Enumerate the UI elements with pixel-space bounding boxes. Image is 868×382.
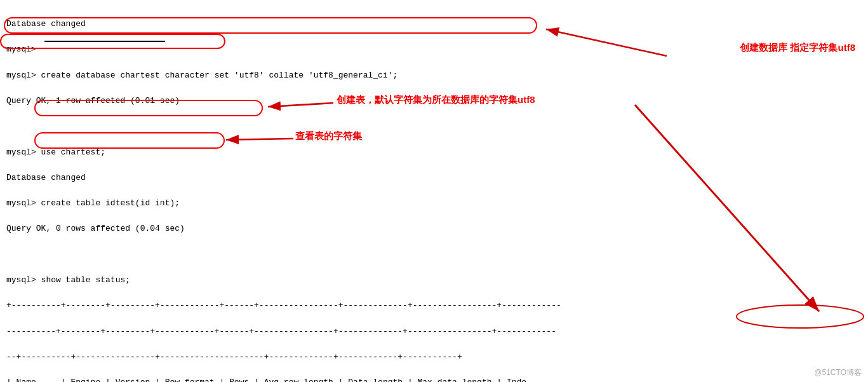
line-14: | Name | Engine | Version | Row_format |… [6, 378, 526, 382]
line-0: Database changed [6, 19, 86, 29]
line-1: mysql> [6, 44, 36, 54]
terminal-output: Database changed mysql> mysql> create da… [0, 0, 868, 382]
line-13: --+----------+----------------+---------… [6, 352, 462, 362]
line-3: Query OK, 1 row affected (0.01 sec) [6, 96, 180, 106]
line-5: mysql> use chartest; [6, 147, 105, 157]
watermark: @51CTO博客 [814, 367, 862, 378]
line-8: Query OK, 0 rows affected (0.04 sec) [6, 224, 185, 233]
line-2: mysql> create database chartest characte… [6, 71, 397, 80]
line-7: mysql> create table idtest(id int); [6, 198, 180, 208]
line-12: ----------+--------+---------+----------… [6, 327, 556, 336]
line-6: Database changed [6, 173, 86, 182]
line-11: +----------+--------+---------+---------… [6, 301, 561, 310]
line-10: mysql> show table status; [6, 275, 130, 285]
